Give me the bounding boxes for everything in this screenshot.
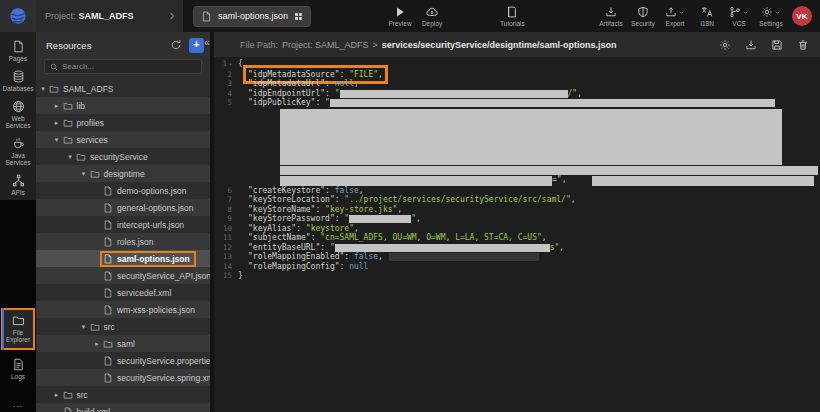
sidebar-item-web-services[interactable]: Web Services bbox=[0, 96, 36, 133]
chevron-right-icon[interactable]: ▸ bbox=[52, 390, 62, 400]
code-token: s" bbox=[550, 243, 560, 252]
code-line-10[interactable]: 10"keyAlias": "keystore", bbox=[214, 224, 820, 234]
file-icon bbox=[103, 186, 113, 196]
tree-item-profiles[interactable]: ▸profiles bbox=[36, 114, 210, 131]
tree-item-label: securityService.spring.xml bbox=[117, 373, 210, 383]
security-button[interactable]: Security bbox=[628, 3, 658, 29]
panel-divider[interactable] bbox=[210, 32, 214, 412]
tree-item-saml-options-json[interactable]: saml-options.json bbox=[36, 250, 210, 267]
file-icon bbox=[103, 237, 113, 247]
project-selector[interactable]: Project: SAML_ADFS bbox=[36, 0, 183, 32]
sidebar-item-apis[interactable]: APIs bbox=[0, 170, 36, 200]
tree-item-src[interactable]: ▸src bbox=[36, 386, 210, 403]
tree-item-roles-json[interactable]: roles.json bbox=[36, 233, 210, 250]
code-line-7[interactable]: 7"keyStoreLocation": "../project/service… bbox=[214, 195, 820, 205]
sidebar-item-databases[interactable]: Databases bbox=[0, 66, 36, 96]
code-line-2[interactable]: 2"idpMetadataSource": "FILE", bbox=[214, 70, 820, 80]
save-icon[interactable] bbox=[771, 39, 783, 51]
search-input[interactable] bbox=[62, 62, 196, 71]
chevron-right-icon[interactable]: ▸ bbox=[52, 118, 62, 128]
chevron-down-icon[interactable]: ▾ bbox=[38, 84, 48, 94]
grid-icon[interactable] bbox=[294, 12, 303, 21]
chevron-right-icon[interactable]: ▸ bbox=[52, 101, 62, 111]
fold-toggle-icon[interactable]: ▾ bbox=[229, 61, 232, 67]
rail-overflow-button[interactable]: ... bbox=[0, 400, 36, 408]
tree-item-general-options-json[interactable]: general-options.json bbox=[36, 199, 210, 216]
chevron-down-icon[interactable]: ▾ bbox=[79, 169, 89, 179]
folder-icon bbox=[103, 339, 113, 349]
redacted-value bbox=[592, 176, 814, 186]
refresh-icon[interactable] bbox=[170, 39, 182, 51]
code-line-5[interactable]: 5"idpPublicKey": " bbox=[214, 98, 820, 108]
rail-top-items: PagesDatabasesWeb ServicesJava ServicesA… bbox=[0, 32, 36, 200]
vcs-button[interactable]: VCS bbox=[724, 3, 754, 29]
tree-item-demo-options-json[interactable]: demo-options.json bbox=[36, 182, 210, 199]
i18n-button[interactable]: I18N bbox=[692, 3, 722, 29]
database-icon bbox=[12, 70, 25, 83]
code-line-4[interactable]: 4"idpEndpointUrl": "/", bbox=[214, 89, 820, 99]
tree-item-lib[interactable]: ▸lib bbox=[36, 97, 210, 114]
chevron-right-icon[interactable] bbox=[167, 11, 177, 21]
sidebar-item-pages[interactable]: Pages bbox=[0, 36, 36, 66]
sidebar-item-java-services[interactable]: Java Services bbox=[0, 133, 36, 170]
tree-item-src[interactable]: ▾src bbox=[36, 318, 210, 335]
deploy-button[interactable]: Deploy bbox=[417, 3, 447, 29]
code-line-14[interactable]: 14"roleMappingConfig": null bbox=[214, 262, 820, 272]
code-line-1[interactable]: 1▾{ bbox=[214, 59, 820, 70]
chevron-right-icon[interactable]: ▸ bbox=[92, 339, 102, 349]
code-line-6[interactable]: 6"createKeystore": false, bbox=[214, 186, 820, 196]
code-line-9[interactable]: 9"keyStorePassword": "", bbox=[214, 214, 820, 224]
code-line-3[interactable]: 3"idpMetadataUrl": null, bbox=[214, 79, 820, 89]
tree-item-build-xml[interactable]: build.xml bbox=[36, 403, 210, 412]
user-avatar[interactable]: VK bbox=[792, 6, 812, 26]
code-line-wrapped[interactable]: =", bbox=[214, 175, 820, 186]
tree-item-wm-xss-policies-json[interactable]: wm-xss-policies.json bbox=[36, 301, 210, 318]
tree-item-designtime[interactable]: ▾designtime bbox=[36, 165, 210, 182]
code-line-wrapped[interactable] bbox=[214, 108, 820, 165]
redacted-value bbox=[330, 99, 775, 107]
tree-item-securityservice-properties[interactable]: securityService.properties bbox=[36, 352, 210, 369]
code-line-8[interactable]: 8"keyStoreName": "key-store.jks", bbox=[214, 205, 820, 215]
tree-item-securityservice-spring-xml[interactable]: securityService.spring.xml bbox=[36, 369, 210, 386]
chevron-down-icon[interactable]: ▾ bbox=[65, 152, 75, 162]
collapse-panel-icon[interactable]: « bbox=[201, 37, 213, 49]
code-line-content: "roleMappingEnabled": false, bbox=[248, 252, 539, 262]
chevron-down-icon[interactable]: ▾ bbox=[79, 322, 89, 332]
sidebar-item-file-explorer[interactable]: File Explorer bbox=[1, 308, 35, 350]
sidebar-item-logs[interactable]: Logs bbox=[0, 354, 36, 384]
tree-item-servicedef-xml[interactable]: servicedef.xml bbox=[36, 284, 210, 301]
tree-item-content: servicedef.xml bbox=[102, 287, 175, 299]
tree-item-services[interactable]: ▾services bbox=[36, 131, 210, 148]
gear-icon[interactable] bbox=[719, 39, 731, 51]
trash-icon[interactable] bbox=[797, 39, 809, 51]
code-line-15[interactable]: 15} bbox=[214, 271, 820, 281]
code-line-13[interactable]: 13"roleMappingEnabled": false, bbox=[214, 252, 820, 262]
code-line-wrapped[interactable] bbox=[214, 165, 820, 175]
tree-item-saml[interactable]: ▸saml bbox=[36, 335, 210, 352]
line-number: 12 bbox=[214, 243, 238, 253]
export-button[interactable]: Export bbox=[660, 3, 690, 29]
redacted-value bbox=[349, 215, 411, 223]
tree-item-intercept-urls-json[interactable]: intercept-urls.json bbox=[36, 216, 210, 233]
chevron-down-icon[interactable]: ▾ bbox=[52, 135, 62, 145]
tree-item-label: general-options.json bbox=[117, 203, 194, 213]
chevron-down-icon bbox=[774, 9, 781, 16]
tree-item-securityservice-api-json[interactable]: securityService_API.json bbox=[36, 267, 210, 284]
settings-button[interactable]: Settings bbox=[756, 3, 786, 29]
code-token: : bbox=[340, 70, 350, 79]
code-token: null bbox=[335, 79, 354, 88]
tree-item-saml-adfs[interactable]: ▾SAML_ADFS bbox=[36, 80, 210, 97]
tutorials-button[interactable]: Tutorials bbox=[497, 3, 528, 29]
code-line-11[interactable]: 11"subjectName": "cn=SAML_ADFS, OU=WM, O… bbox=[214, 233, 820, 243]
tree-item-securityservice[interactable]: ▾securityService bbox=[36, 148, 210, 165]
code-token: "idpMetadataUrl" bbox=[248, 79, 325, 88]
download-icon[interactable] bbox=[745, 39, 757, 51]
code-editor[interactable]: 1▾{2"idpMetadataSource": "FILE",3"idpMet… bbox=[214, 57, 820, 281]
sidebar-item-label: Pages bbox=[1, 55, 35, 62]
tree-item-label: intercept-urls.json bbox=[117, 220, 184, 230]
code-line-12[interactable]: 12"entityBaseURL": "s", bbox=[214, 243, 820, 253]
top-bar: Project: SAML_ADFS saml-options.json Pre… bbox=[0, 0, 820, 32]
artifacts-button[interactable]: Artifacts bbox=[596, 3, 626, 29]
preview-button[interactable]: Preview bbox=[385, 3, 415, 29]
open-file-tab[interactable]: saml-options.json bbox=[193, 6, 311, 27]
